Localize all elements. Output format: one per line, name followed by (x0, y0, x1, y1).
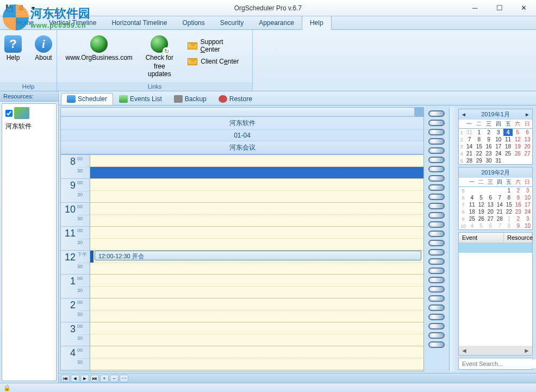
cal-day[interactable]: 23 (484, 150, 494, 157)
minimize-button[interactable]: ─ (463, 0, 487, 16)
cal-day[interactable]: 9 (514, 194, 523, 201)
event-block[interactable]: 12:00-12:30 开会 (95, 251, 421, 260)
cal-day[interactable]: 4 (468, 194, 477, 201)
cal-day[interactable] (495, 187, 504, 195)
cal-day[interactable] (477, 187, 486, 195)
cal-day[interactable]: 6 (486, 194, 495, 201)
cal-day[interactable] (486, 187, 495, 195)
cal-day[interactable]: 28 (495, 215, 504, 222)
cal-day[interactable]: 25 (503, 150, 513, 157)
qat-dropdown-icon[interactable]: ▾ (28, 3, 38, 13)
cal-day[interactable]: 19 (477, 208, 486, 215)
tab-events-list[interactable]: Events List (113, 93, 168, 105)
tab-home[interactable]: Home (9, 16, 41, 29)
scheduler-hscroll-top[interactable] (61, 108, 423, 117)
cal-day[interactable]: 8 (504, 194, 514, 201)
cal-day[interactable]: 1 (504, 187, 514, 195)
event-list-body[interactable] (459, 243, 532, 346)
event-list-hscroll[interactable]: ◄ ► (459, 346, 532, 355)
resource-name[interactable]: 河东软件 (4, 120, 54, 133)
nav-add-icon[interactable]: + (100, 375, 109, 382)
nav-first-icon[interactable]: ⏮ (61, 375, 70, 382)
tab-scheduler[interactable]: Scheduler (61, 93, 113, 105)
cal-day[interactable]: 6 (486, 222, 495, 229)
cal-day[interactable]: 22 (504, 208, 514, 215)
resource-item[interactable] (4, 106, 54, 120)
tab-backup[interactable]: Backup (168, 93, 213, 105)
cal-day[interactable]: 2 (484, 129, 494, 136)
cal-day[interactable] (468, 187, 477, 195)
cal-day[interactable]: 8 (504, 222, 514, 229)
cal-day[interactable]: 14 (465, 143, 475, 150)
cal-day[interactable]: 16 (484, 143, 494, 150)
cal-day[interactable]: 3 (523, 187, 532, 195)
tab-help[interactable]: Help (302, 16, 332, 30)
cal-day[interactable]: 12 (477, 201, 486, 208)
cal-day[interactable]: 16 (514, 201, 523, 208)
cal-day[interactable]: 11 (503, 136, 513, 143)
cal-day[interactable] (513, 157, 522, 164)
nav-last-icon[interactable]: ⏭ (90, 375, 99, 382)
cal-day[interactable]: 26 (513, 150, 522, 157)
qat-save-icon[interactable]: 💾 (4, 3, 14, 13)
cal-day[interactable]: 24 (523, 208, 532, 215)
cal-day[interactable]: 14 (495, 201, 504, 208)
cal-day[interactable]: 9 (484, 136, 494, 143)
cal-day[interactable]: 17 (523, 201, 532, 208)
cal-day[interactable] (503, 157, 513, 164)
cal-day[interactable]: 25 (468, 215, 477, 222)
website-button[interactable]: www.OrgBusiness.com (64, 33, 134, 64)
client-center-button[interactable]: Client Center (184, 56, 246, 67)
close-button[interactable]: ✕ (512, 0, 536, 16)
tab-restore[interactable]: Restore (213, 93, 258, 105)
cal-day[interactable]: 19 (513, 143, 522, 150)
about-button[interactable]: i About (30, 33, 57, 64)
cal-day[interactable]: 6 (522, 129, 532, 136)
cal-day[interactable]: 27 (522, 150, 532, 157)
cal-day[interactable]: 31 (494, 157, 503, 164)
cal-day[interactable]: 7 (495, 194, 504, 201)
cal-day[interactable]: 26 (477, 215, 486, 222)
cal-day[interactable]: 13 (486, 201, 495, 208)
event-search-input[interactable] (460, 359, 536, 368)
cal-day[interactable]: 18 (503, 143, 513, 150)
cal-day[interactable]: 5 (477, 194, 486, 201)
cal-day[interactable]: 3 (494, 129, 503, 136)
nav-next-icon[interactable]: ► (80, 375, 89, 382)
cal-day[interactable]: 12 (513, 136, 522, 143)
cal-day[interactable]: 5 (513, 129, 522, 136)
tab-horizontal-timeline[interactable]: Horizontal Timeline (104, 16, 174, 29)
cal-day[interactable]: 13 (522, 136, 532, 143)
cal-prev-icon[interactable]: ◄ (461, 111, 466, 117)
cal-day[interactable]: 30 (484, 157, 494, 164)
cal-day[interactable]: 8 (474, 136, 484, 143)
cal-day[interactable]: 1 (504, 215, 514, 222)
cal-day[interactable]: 22 (474, 150, 484, 157)
cal-day[interactable]: 3 (523, 215, 532, 222)
maximize-button[interactable]: ☐ (487, 0, 512, 16)
cal-day[interactable]: 4 (468, 222, 477, 229)
cal-day[interactable]: 10 (523, 194, 532, 201)
cal-day[interactable]: 2 (514, 187, 523, 195)
cal-day[interactable]: 5 (477, 222, 486, 229)
tab-appearance[interactable]: Appearance (251, 16, 302, 29)
cal-day[interactable]: 21 (495, 208, 504, 215)
cal-day[interactable]: 23 (514, 208, 523, 215)
cal-day[interactable]: 11 (468, 201, 477, 208)
event-list-row[interactable] (459, 243, 532, 253)
cal-day[interactable]: 31 (465, 129, 475, 136)
scheduler-vscroll[interactable] (449, 107, 458, 371)
tab-options[interactable]: Options (174, 16, 212, 29)
cal-day[interactable]: 27 (486, 215, 495, 222)
cal-day[interactable]: 7 (495, 222, 504, 229)
cal-day[interactable]: 24 (494, 150, 503, 157)
cal-day[interactable]: 10 (523, 222, 532, 229)
event-col-header[interactable]: Event (459, 233, 504, 242)
nav-remove-icon[interactable]: − (110, 375, 119, 382)
cal-day[interactable]: 4 (503, 129, 513, 136)
qat-print-icon[interactable]: 🖶 (16, 3, 26, 13)
scheduler-grid[interactable]: 12:00-12:30 开会 (90, 155, 423, 371)
resource-checkbox[interactable] (5, 110, 13, 117)
resource-col-header[interactable]: Resource (504, 233, 532, 242)
tab-vertical-timeline[interactable]: Vertical Timeline (41, 16, 104, 29)
